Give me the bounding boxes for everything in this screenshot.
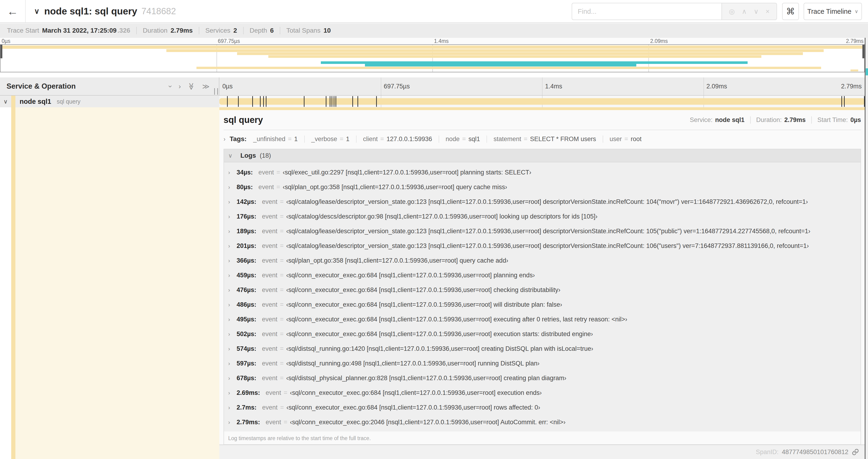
span-id-row: SpanID: 4877749850101760812 xyxy=(219,445,865,459)
log-tick-marker xyxy=(376,96,377,107)
equals-sign: = xyxy=(280,374,284,382)
tag-item: user = root xyxy=(603,135,642,143)
trace-collapse-chevron-icon[interactable]: ∨ xyxy=(34,7,39,15)
trace-view-selector[interactable]: Trace Timeline ∨ xyxy=(804,3,862,20)
log-tick-marker xyxy=(352,96,353,107)
chevron-right-icon: › xyxy=(228,316,237,323)
log-tick-marker xyxy=(266,96,267,107)
back-button[interactable]: ← xyxy=(0,0,26,22)
chevron-right-icon: › xyxy=(228,258,237,264)
log-value: ‹sql/conn_executor_exec.go:2046 [nsql1,c… xyxy=(290,419,565,426)
detail-left-column xyxy=(0,107,219,459)
minimap-left-drag-handle[interactable] xyxy=(0,45,2,58)
log-timestamp: 476µs: xyxy=(237,286,256,294)
log-row[interactable]: › 476µs: event = ‹sql/conn_executor_exec… xyxy=(224,283,861,297)
link-icon[interactable] xyxy=(852,448,859,456)
keyboard-shortcuts-button[interactable]: ⌘ xyxy=(782,3,799,20)
expand-one-icon[interactable]: › xyxy=(179,82,181,91)
log-field-name: event xyxy=(258,169,274,176)
log-timestamp: 142µs: xyxy=(237,198,256,205)
collapse-one-icon[interactable]: › xyxy=(166,85,175,88)
duration-label: Duration xyxy=(143,27,167,34)
service-operation-header: Service & Operation › › ≫ ≫ xyxy=(0,77,219,95)
minimap-canvas[interactable] xyxy=(0,44,865,72)
command-icon: ⌘ xyxy=(786,6,795,17)
log-row[interactable]: › 142µs: event = ‹sql/catalog/lease/desc… xyxy=(224,195,861,209)
log-timestamp: 34µs: xyxy=(237,169,253,176)
log-row[interactable]: › 80µs: event = ‹sql/plan_opt.go:358 [ns… xyxy=(224,180,861,195)
log-tick-marker xyxy=(238,96,239,107)
log-field-name: event xyxy=(262,198,277,205)
log-tick-marker xyxy=(844,96,845,107)
locate-icon[interactable]: ◎ xyxy=(729,7,735,15)
log-value: ‹sql/catalog/lease/descriptor_version_st… xyxy=(286,228,810,235)
log-value: ‹sql/exec_util.go:2297 [nsql1,client=127… xyxy=(283,169,531,176)
find-group: ◎ ∧ ∨ × xyxy=(572,3,777,20)
tag-value: root xyxy=(631,135,642,143)
tag-item: node = sql1 xyxy=(439,135,480,143)
log-row[interactable]: › 459µs: event = ‹sql/conn_executor_exec… xyxy=(224,268,861,283)
log-field-name: event xyxy=(262,330,277,338)
chevron-right-icon: › xyxy=(223,136,225,142)
log-row[interactable]: › 176µs: event = ‹sql/catalog/descs/desc… xyxy=(224,209,861,224)
log-row[interactable]: › 486µs: event = ‹sql/conn_executor_exec… xyxy=(224,297,861,312)
log-tick-marker xyxy=(227,96,228,107)
span-detail-duration-bar xyxy=(219,107,865,110)
tag-key: node xyxy=(446,135,460,143)
logs-count: (18) xyxy=(260,152,271,159)
equals-sign: = xyxy=(280,228,284,235)
minimap-right-drag-handle[interactable] xyxy=(862,45,864,58)
detail-service: Service: node sql1 xyxy=(690,117,745,124)
log-field-name: event xyxy=(262,360,277,367)
span-operation-title: sql query xyxy=(223,115,263,125)
collapse-controls: › › ≫ ≫ xyxy=(169,82,210,91)
log-row[interactable]: › 34µs: event = ‹sql/exec_util.go:2297 [… xyxy=(224,165,861,180)
span-row-name-cell[interactable]: ∨ node sql1 sql query xyxy=(0,96,219,107)
equals-sign: = xyxy=(624,135,628,143)
timeline-tick-label: 1.4ms xyxy=(542,83,562,90)
log-row[interactable]: › 189µs: event = ‹sql/catalog/lease/desc… xyxy=(224,224,861,239)
log-field-name: event xyxy=(262,242,277,250)
service-operation-title: Service & Operation xyxy=(6,82,169,91)
log-row[interactable]: › 366µs: event = ‹sql/plan_opt.go:358 [n… xyxy=(224,253,861,268)
column-resize-grabber[interactable] xyxy=(214,88,218,95)
log-row[interactable]: › 678µs: event = ‹sql/distsql_physical_p… xyxy=(224,371,861,386)
equals-sign: = xyxy=(280,213,284,220)
log-value: ‹sql/catalog/lease/descriptor_version_st… xyxy=(286,198,808,205)
log-row[interactable]: › 502µs: event = ‹sql/conn_executor_exec… xyxy=(224,327,861,341)
chevron-right-icon: › xyxy=(228,375,237,382)
collapse-all-icon[interactable]: ≫ xyxy=(187,83,195,90)
next-match-icon[interactable]: ∨ xyxy=(754,7,758,15)
chevron-right-icon: › xyxy=(228,404,237,411)
chevron-right-icon: › xyxy=(228,243,237,249)
trace-meta-bar: Trace Start March 31 2022, 17:25:09 .326… xyxy=(0,23,868,38)
tag-value: SELECT * FROM users xyxy=(530,135,596,143)
log-tick-marker xyxy=(252,96,253,107)
log-field-name: event xyxy=(262,374,277,382)
meta-total-spans: Total Spans 10 xyxy=(280,27,331,34)
find-input[interactable] xyxy=(572,3,721,20)
tags-section-toggle[interactable]: › Tags: _unfinished = 1 _verbose = 1 xyxy=(223,130,861,148)
expand-all-icon[interactable]: ≫ xyxy=(202,82,210,91)
prev-match-icon[interactable]: ∧ xyxy=(742,7,747,15)
tag-item: _verbose = 1 xyxy=(304,135,349,143)
log-row[interactable]: › 2.7ms: event = ‹sql/conn_executor_exec… xyxy=(224,400,861,415)
log-timestamp: 502µs: xyxy=(237,330,256,338)
log-field-name: event xyxy=(258,184,274,191)
log-row[interactable]: › 597µs: event = ‹sql/distsql_running.go… xyxy=(224,356,861,371)
span-expander-chevron-icon[interactable]: ∨ xyxy=(0,98,11,105)
log-value: ‹sql/conn_executor_exec.go:684 [nsql1,cl… xyxy=(290,389,541,396)
log-row[interactable]: › 2.69ms: event = ‹sql/conn_executor_exe… xyxy=(224,386,861,400)
log-row[interactable]: › 2.79ms: event = ‹sql/conn_executor_exe… xyxy=(224,415,861,430)
log-row[interactable]: › 574µs: event = ‹sql/distsql_running.go… xyxy=(224,341,861,356)
log-timestamp: 80µs: xyxy=(237,184,253,191)
clear-find-icon[interactable]: × xyxy=(766,8,770,15)
log-row[interactable]: › 495µs: event = ‹sql/conn_executor_exec… xyxy=(224,312,861,327)
logs-section-toggle[interactable]: ∨ Logs (18) xyxy=(224,149,861,162)
span-duration-bar[interactable] xyxy=(219,98,865,105)
title-bar: ← ∨ node sql1: sql query 7418682 ◎ ∧ ∨ ×… xyxy=(0,0,868,23)
log-row[interactable]: › 201µs: event = ‹sql/catalog/lease/desc… xyxy=(224,239,861,253)
tag-key: client xyxy=(363,135,378,143)
span-operation-name: sql query xyxy=(57,98,80,105)
equals-sign: = xyxy=(277,184,280,191)
